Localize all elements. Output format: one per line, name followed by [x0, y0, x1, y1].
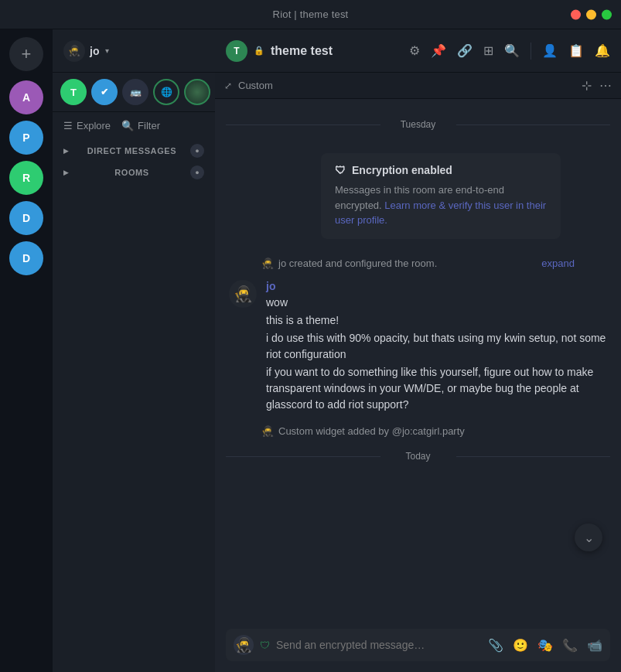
recent-rooms: T ✔ 🚌 🌐 [53, 73, 215, 112]
minimize-button[interactable] [586, 9, 596, 19]
system-message: 🥷 jo created and configured the room. ex… [215, 254, 621, 272]
username-label: jo [90, 45, 99, 57]
recent-room-check[interactable]: ✔ [91, 79, 118, 105]
room-panel: 🥷 jo ▾ T ✔ 🚌 🌐 ☰ Explore 🔍 Filter ▶ D [53, 29, 215, 672]
video-icon[interactable]: 📹 [587, 638, 602, 653]
encryption-body: Messages in this room are end-to-end enc… [335, 182, 547, 228]
direct-messages-category: ▶ DIRECT MESSAGES ● [53, 139, 215, 161]
system-msg-text: jo created and configured the room. [278, 258, 437, 269]
message-body-1: wow [266, 295, 607, 311]
server-avatar-P[interactable]: P [9, 121, 43, 155]
menu-icon: ☰ [63, 120, 73, 131]
attach-icon[interactable]: 📎 [488, 638, 503, 653]
server-avatar-D2[interactable]: D [9, 241, 43, 275]
pin-icon[interactable]: 📌 [431, 43, 446, 58]
add-server-button[interactable]: + [9, 37, 43, 71]
widget-more-icon[interactable]: ⋯ [599, 78, 612, 93]
room-panel-header[interactable]: 🥷 jo ▾ [53, 29, 215, 73]
system-msg-avatar-2: 🥷 [261, 425, 274, 437]
encryption-card: 🛡 Encryption enabled Messages in this ro… [321, 153, 561, 239]
date-separator-today: Today [215, 451, 621, 462]
chat-input-wrapper: 🥷 🛡 📎 🙂 🎭 📞 📹 [226, 629, 610, 661]
emoji-icon[interactable]: 🙂 [513, 638, 528, 653]
explore-label: Explore [77, 120, 111, 131]
avatar: 🥷 [63, 40, 85, 62]
chat-input[interactable] [276, 639, 482, 651]
server-avatar-A[interactable]: A [9, 80, 43, 114]
widget-actions: ⊹ ⋯ [582, 78, 612, 93]
grid-icon[interactable]: ⊞ [483, 43, 493, 58]
notifications-icon[interactable]: 🔔 [595, 43, 610, 58]
avatar-jo[interactable]: 🥷 [229, 280, 257, 308]
rooms-header[interactable]: ▶ ROOMS ● [63, 165, 204, 179]
rooms-category: ▶ ROOMS ● [53, 161, 215, 182]
message-header-jo: jo [266, 280, 607, 292]
chevron-down-icon: ⌄ [584, 530, 594, 545]
close-button[interactable] [571, 9, 581, 19]
direct-messages-badge: ● [190, 144, 204, 158]
rooms-label: ROOMS [114, 168, 149, 177]
scroll-bottom-button[interactable]: ⌄ [575, 524, 602, 551]
expand-icon[interactable]: ⤢ [224, 80, 232, 91]
direct-messages-label: DIRECT MESSAGES [87, 146, 176, 155]
message-body-3: i do use this with 90% opacity, but that… [266, 330, 607, 363]
custom-widget-text: Custom widget added by @jo:catgirl.party [278, 425, 465, 437]
explore-button[interactable]: ☰ Explore [63, 120, 111, 131]
widget-bar: ⤢ Custom ⊹ ⋯ [215, 73, 621, 99]
recent-room-globe[interactable]: 🌐 [153, 79, 179, 105]
header-divider [531, 43, 531, 60]
message-group-jo: 🥷 jo wow this is a theme! i do use this … [215, 275, 621, 419]
room-name: theme test [271, 44, 333, 58]
share-icon[interactable]: 🔗 [457, 43, 473, 58]
message-content-jo: jo wow this is a theme! i do use this wi… [266, 280, 607, 414]
input-actions: 📎 🙂 🎭 📞 📹 [488, 638, 602, 653]
direct-messages-header[interactable]: ▶ DIRECT MESSAGES ● [63, 144, 204, 158]
input-shield-icon: 🛡 [260, 640, 270, 651]
titlebar-title: Riot | theme test [273, 9, 349, 20]
files-icon[interactable]: 📋 [568, 43, 584, 58]
chat-messages[interactable]: Tuesday 🛡 Encryption enabled Messages in… [215, 99, 621, 621]
chevron-right-icon: ▶ [63, 147, 69, 155]
search-icon[interactable]: 🔍 [504, 43, 520, 58]
app-body: + A P R D D 🥷 jo ▾ T ✔ 🚌 🌐 ☰ Explore 🔍 [0, 29, 621, 672]
message-username[interactable]: jo [266, 280, 275, 292]
chat-input-area: 🥷 🛡 📎 🙂 🎭 📞 📹 [215, 621, 621, 672]
expand-link[interactable]: expand [541, 258, 575, 269]
members-icon[interactable]: 👤 [542, 43, 558, 58]
system-msg-avatar: 🥷 [261, 258, 274, 269]
encryption-title: 🛡 Encryption enabled [335, 164, 547, 176]
titlebar: Riot | theme test [0, 0, 621, 29]
server-list: + A P R D D [0, 29, 53, 672]
header-actions: ⚙ 📌 🔗 ⊞ 🔍 👤 📋 🔔 [409, 43, 610, 60]
rooms-badge: ● [190, 165, 204, 179]
recent-room-T[interactable]: T [60, 79, 87, 105]
message-body-4: if you want to do something like this yo… [266, 364, 607, 413]
message-body-2: this is a theme! [266, 312, 607, 329]
lock-icon: 🔒 [254, 46, 264, 56]
room-icon: T [226, 40, 247, 62]
custom-widget-message: 🥷 Custom widget added by @jo:catgirl.par… [215, 422, 621, 440]
chat-header: T 🔒 theme test ⚙ 📌 🔗 ⊞ 🔍 👤 📋 🔔 [215, 29, 621, 73]
filter-label: Filter [138, 120, 160, 131]
filter-icon: 🔍 [121, 120, 134, 131]
chat-main-relative: Tuesday 🛡 Encryption enabled Messages in… [215, 99, 621, 621]
sticker-icon[interactable]: 🎭 [537, 638, 553, 653]
avatar-emoji: 🥷 [234, 285, 253, 303]
learn-more-link[interactable]: Learn more & verify this user in their u… [335, 200, 546, 227]
room-filters: ☰ Explore 🔍 Filter [53, 112, 215, 139]
filter-button[interactable]: 🔍 Filter [121, 120, 160, 131]
maximize-button[interactable] [602, 9, 612, 19]
settings-icon[interactable]: ⚙ [409, 43, 420, 58]
input-avatar: 🥷 [234, 635, 254, 655]
chevron-down-icon: ▾ [105, 46, 109, 55]
chat-area: T 🔒 theme test ⚙ 📌 🔗 ⊞ 🔍 👤 📋 🔔 ⤢ Custom … [215, 29, 621, 672]
widget-external-icon[interactable]: ⊹ [582, 78, 592, 93]
call-icon[interactable]: 📞 [562, 638, 578, 653]
chevron-right-icon-rooms: ▶ [63, 169, 69, 176]
recent-room-circle5[interactable] [184, 79, 210, 105]
server-avatar-D1[interactable]: D [9, 201, 43, 235]
shield-icon: 🛡 [335, 164, 346, 176]
server-avatar-R[interactable]: R [9, 161, 43, 195]
traffic-lights [571, 9, 612, 19]
recent-room-bus[interactable]: 🚌 [122, 79, 148, 105]
